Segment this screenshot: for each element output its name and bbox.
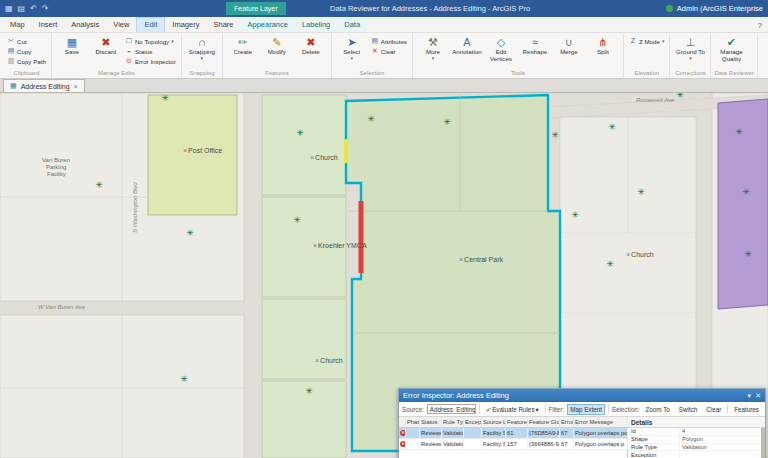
create-button[interactable]: ✏Create xyxy=(226,34,260,56)
tab-edit[interactable]: Edit xyxy=(136,17,165,32)
manage-quality-button[interactable]: ✔Manage Quality xyxy=(714,34,748,62)
discard-icon: ✖ xyxy=(101,36,110,49)
attributes-button[interactable]: ▤Attributes xyxy=(371,37,407,45)
ribbon-group-tools: ⚒More▾AAnnotation◇Edit Vertices≈Reshape∪… xyxy=(413,34,624,78)
clear-button[interactable]: Clear xyxy=(703,404,724,415)
check-icon: ✔ xyxy=(486,406,491,413)
address-point-marker-icon[interactable]: ✳ xyxy=(744,250,752,259)
select-button[interactable]: ➤Select▾ xyxy=(335,34,369,60)
reshape-icon: ≈ xyxy=(532,36,538,49)
column-header-icon[interactable] xyxy=(399,417,406,427)
tab-data[interactable]: Data xyxy=(337,18,367,32)
column-header-feature-globalid[interactable]: Feature GlobalID xyxy=(528,417,560,427)
split-button[interactable]: ⋔Split xyxy=(586,34,620,56)
address-point-marker-icon[interactable]: ✳ xyxy=(161,94,169,103)
context-tab-group-feature-layer[interactable]: Feature Layer xyxy=(226,2,286,15)
copy-path-button[interactable]: ▥Copy Path xyxy=(7,57,46,65)
column-header-error-message[interactable]: Error Message xyxy=(574,417,628,427)
error-table-row[interactable]: ✕ReviewedValidationFacility Site157{3664… xyxy=(399,439,627,450)
error-inspector-icon: ⊙ xyxy=(125,57,133,65)
snapping-button[interactable]: ∩Snapping▾ xyxy=(185,34,219,60)
clear-button[interactable]: ✕Clear xyxy=(371,47,407,55)
address-point-marker-icon[interactable]: ✳ xyxy=(608,123,616,132)
tab-insert[interactable]: Insert xyxy=(32,18,65,32)
ribbon-group-data-reviewer: ✔Manage QualityData Reviewer xyxy=(711,34,757,78)
error-table-row[interactable]: ✕ReviewedValidationFacility Site61{76D85… xyxy=(399,428,627,439)
z-mode-button[interactable]: ZZ Mode▾ xyxy=(629,37,665,45)
address-point-marker-icon[interactable]: ✳ xyxy=(571,211,579,220)
ground-to-button[interactable]: ⊥Ground To▾ xyxy=(673,34,707,60)
column-header-error-number[interactable]: Error Number xyxy=(560,417,574,427)
address-point-marker-icon[interactable]: ✳ xyxy=(443,118,451,127)
column-header-exception[interactable]: Exception xyxy=(464,417,482,427)
evaluate-rules-button[interactable]: ✔ Evaluate Rules ▾ xyxy=(483,404,542,415)
map-extent-filter-button[interactable]: Map Extent xyxy=(567,404,605,415)
edit-vertices-button[interactable]: ◇Edit Vertices xyxy=(484,34,518,62)
tab-view[interactable]: View xyxy=(106,18,136,32)
column-header-source-layer[interactable]: Source Layer xyxy=(482,417,506,427)
switch-button[interactable]: Switch xyxy=(676,404,701,415)
ribbon-tab-row: MapInsertAnalysisViewEditImageryShareApp… xyxy=(0,17,768,33)
undo-icon[interactable]: ↶ xyxy=(30,4,37,13)
address-point-marker-icon[interactable]: ✳ xyxy=(186,229,194,238)
panel-title-bar[interactable]: Error Inspector: Address Editing ▾ ✕ xyxy=(399,389,765,402)
address-point-marker-icon[interactable]: ✳ xyxy=(180,375,188,384)
signed-in-user[interactable]: Admin (ArcGIS Enterprise xyxy=(677,4,763,13)
annotation-button[interactable]: AAnnotation xyxy=(450,34,484,56)
copy-icon: ▤ xyxy=(7,47,15,55)
features-button[interactable]: Features xyxy=(731,404,762,415)
discard-button[interactable]: ✖Discard xyxy=(89,34,123,56)
copy-path-icon: ▥ xyxy=(7,57,15,65)
map-label: ×Central Park xyxy=(459,256,503,263)
save-button[interactable]: ▦Save xyxy=(55,34,89,56)
address-point-marker-icon[interactable]: ✳ xyxy=(676,93,684,100)
column-header-feature-objectid[interactable]: Feature ObjectID xyxy=(506,417,528,427)
address-point-marker-icon[interactable]: ✳ xyxy=(606,260,614,269)
annotation-icon: A xyxy=(463,36,470,49)
tab-analysis[interactable]: Analysis xyxy=(64,18,106,32)
address-point-marker-icon[interactable]: ✳ xyxy=(551,131,559,140)
error-inspector-button[interactable]: ⊙Error Inspector xyxy=(125,57,176,65)
map-view-tab[interactable]: ▦ Address Editing × xyxy=(3,79,85,92)
address-point-marker-icon[interactable]: ✳ xyxy=(742,188,750,197)
help-button[interactable]: ? xyxy=(758,21,762,32)
cut-button[interactable]: ✂Cut xyxy=(7,37,46,45)
snapping-icon: ∩ xyxy=(198,36,206,49)
save-project-icon[interactable]: ▤ xyxy=(18,4,26,13)
copy-button[interactable]: ▤Copy xyxy=(7,47,46,55)
address-point-marker-icon[interactable]: ✳ xyxy=(293,216,301,225)
address-point-marker-icon[interactable]: ✳ xyxy=(296,129,304,138)
close-tab-icon[interactable]: × xyxy=(74,83,78,90)
panel-close-icon[interactable]: ✕ xyxy=(755,392,761,400)
tab-appearance[interactable]: Appearance xyxy=(240,18,294,32)
merge-button[interactable]: ∪Merge xyxy=(552,34,586,56)
tab-map[interactable]: Map xyxy=(3,18,32,32)
no-topology-button[interactable]: ☐No Topology▾ xyxy=(125,37,176,45)
delete-button[interactable]: ✖Delete xyxy=(294,34,328,56)
reshape-button[interactable]: ≈Reshape xyxy=(518,34,552,56)
map-label: Parking xyxy=(46,164,66,170)
address-point-marker-icon[interactable]: ✳ xyxy=(735,128,743,137)
address-point-marker-icon[interactable]: ✳ xyxy=(367,115,375,124)
address-point-marker-icon[interactable]: ✳ xyxy=(305,387,313,396)
column-header-status[interactable]: Status xyxy=(420,417,442,427)
app-icon: ▦ xyxy=(5,4,13,13)
column-header-rule-type[interactable]: Rule Type xyxy=(442,417,464,427)
create-icon: ✏ xyxy=(238,36,247,49)
more-button[interactable]: ⚒More▾ xyxy=(416,34,450,60)
zoom-to-button[interactable]: Zoom To xyxy=(642,404,672,415)
source-dropdown[interactable]: Address_Editing Err...▾ xyxy=(427,404,476,414)
tab-share[interactable]: Share xyxy=(206,18,240,32)
details-scrollbar[interactable] xyxy=(761,428,765,458)
address-point-marker-icon[interactable]: ✳ xyxy=(637,188,645,197)
tab-imagery[interactable]: Imagery xyxy=(165,18,206,32)
ground-to-icon: ⊥ xyxy=(686,36,696,49)
panel-menu-icon[interactable]: ▾ xyxy=(748,392,752,400)
address-point-marker-icon[interactable]: ✳ xyxy=(95,181,103,190)
column-header-phase[interactable]: Phase xyxy=(406,417,420,427)
map-canvas[interactable]: ×Post OfficeVan BurenParkingFacility×Chu… xyxy=(0,93,768,458)
modify-button[interactable]: ✎Modify xyxy=(260,34,294,56)
redo-icon[interactable]: ↷ xyxy=(42,4,49,13)
tab-labeling[interactable]: Labeling xyxy=(295,18,337,32)
status-button[interactable]: ◒Status xyxy=(125,47,176,55)
